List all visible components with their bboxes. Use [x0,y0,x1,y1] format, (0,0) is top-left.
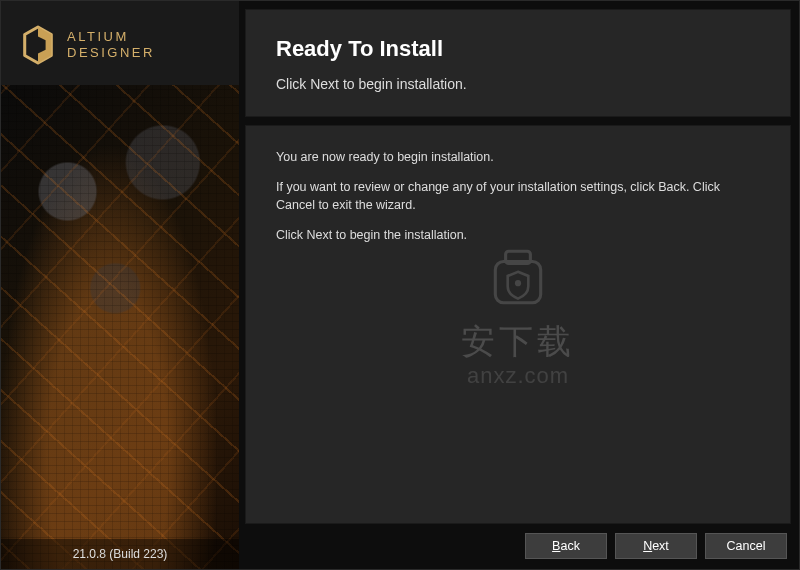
watermark-text-en: anxz.com [461,363,575,389]
back-button[interactable]: Back [525,533,607,559]
svg-rect-1 [495,261,540,302]
body-line-3: Click Next to begin the installation. [276,226,760,244]
version-label: 21.0.8 (Build 223) [1,539,239,569]
brand-line2: DESIGNER [67,45,155,61]
body-line-1: You are now ready to begin installation. [276,148,760,166]
next-label: ext [652,539,669,553]
main-panel: Ready To Install Click Next to begin ins… [239,1,799,569]
button-bar: Back Next Cancel [245,524,791,561]
page-title: Ready To Install [276,36,760,62]
watermark-text-cn: 安下载 [461,319,575,365]
svg-rect-0 [506,251,531,263]
next-button[interactable]: Next [615,533,697,559]
cancel-button[interactable]: Cancel [705,533,787,559]
brand-line1: ALTIUM [67,29,155,45]
watermark-shield-icon [485,245,551,311]
body-line-2: If you want to review or change any of y… [276,178,760,214]
logo-text: ALTIUM DESIGNER [67,29,155,62]
sidebar: ALTIUM DESIGNER 21.0.8 (Build 223) [1,1,239,569]
watermark: 安下载 anxz.com [461,245,575,389]
svg-point-2 [515,280,521,286]
back-label: ack [560,539,579,553]
sidebar-pcb-image: 21.0.8 (Build 223) [1,85,239,569]
header-panel: Ready To Install Click Next to begin ins… [245,9,791,117]
body-panel: You are now ready to begin installation.… [245,125,791,524]
page-subtitle: Click Next to begin installation. [276,76,760,92]
altium-logo-icon [19,23,57,67]
logo-area: ALTIUM DESIGNER [1,1,239,85]
